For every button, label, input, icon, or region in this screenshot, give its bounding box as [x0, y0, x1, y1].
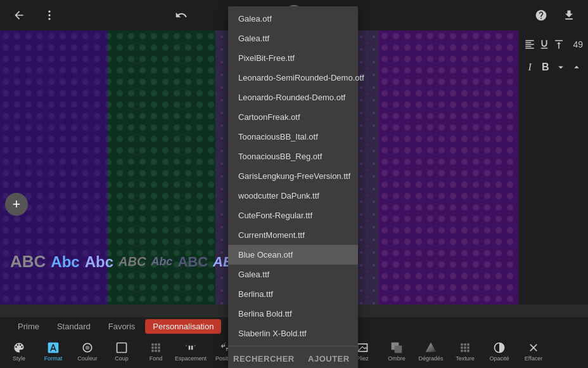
- texture-label: Texture: [456, 355, 475, 362]
- colour-label: Couleur: [77, 355, 98, 362]
- dropdown-item-6[interactable]: ToonaciousBB_Ital.otf: [228, 127, 358, 147]
- toolbar-coup[interactable]: Coup: [105, 336, 138, 367]
- more-options-button[interactable]: [38, 4, 61, 27]
- toolbar-opacite[interactable]: Opacité: [483, 336, 516, 367]
- tab-prime[interactable]: Prime: [10, 319, 47, 334]
- tab-personnalisation[interactable]: Personnalisation: [145, 319, 221, 334]
- effacer-label: Effacer: [525, 355, 542, 362]
- toolbar-style[interactable]: Style: [3, 336, 35, 367]
- format-label: Format: [44, 355, 63, 362]
- fond-label: Fond: [150, 355, 163, 362]
- right-toolbar: 49 I B: [518, 30, 588, 305]
- chevron-down-icon[interactable]: [554, 58, 568, 76]
- svg-point-0: [48, 11, 50, 13]
- ombre-label: Ombre: [388, 355, 406, 362]
- dropdown-item-0[interactable]: Galea.otf: [228, 9, 358, 29]
- dropdown-item-9[interactable]: woodcutter DaPunk.ttf: [228, 186, 358, 206]
- svg-point-1: [48, 14, 50, 16]
- help-button[interactable]: [530, 4, 553, 27]
- pliez-label: Pliez: [356, 355, 369, 362]
- dropdown-item-11[interactable]: CurrentMoment.ttf: [228, 225, 358, 245]
- toolbar-degrades[interactable]: Dégradés: [414, 336, 447, 367]
- dropdown-item-14[interactable]: Berlina.ttf: [228, 284, 358, 304]
- toolbar-format[interactable]: Format: [37, 336, 70, 367]
- dropdown-item-8[interactable]: GarisLengkung-FreeVersion.ttf: [228, 166, 358, 186]
- chevron-up-icon[interactable]: [570, 58, 584, 76]
- dropdown-item-2[interactable]: PixelBit-Free.ttf: [228, 48, 358, 68]
- font-size-value: 49: [568, 39, 583, 49]
- dropdown-footer: RECHERCHER AJOUTER: [228, 346, 358, 368]
- tab-standard[interactable]: Standard: [49, 319, 98, 334]
- dropdown-item-13[interactable]: Galea.ttf: [228, 265, 358, 284]
- degrades-label: Dégradés: [419, 355, 444, 362]
- dropdown-item-7[interactable]: ToonaciousBB_Reg.otf: [228, 147, 358, 166]
- dropdown-item-12[interactable]: Blue Ocean.otf: [228, 245, 358, 265]
- download-button[interactable]: [558, 4, 580, 27]
- dropdown-item-5[interactable]: CartoonFreak.otf: [228, 107, 358, 127]
- format-top-icon[interactable]: [553, 36, 565, 53]
- bold-icon[interactable]: B: [539, 58, 553, 76]
- svg-point-2: [48, 18, 50, 20]
- sample-text-4: ABC: [118, 254, 146, 269]
- back-button[interactable]: [8, 4, 30, 27]
- add-font-button[interactable]: AJOUTER: [300, 346, 358, 368]
- toolbar-fond[interactable]: Fond: [139, 336, 172, 367]
- text-align-icon[interactable]: [523, 36, 535, 53]
- svg-point-13: [86, 346, 90, 350]
- sample-text-3: Abc: [85, 253, 113, 271]
- dropdown-item-15[interactable]: Berlina Bold.ttf: [228, 304, 358, 324]
- dropdown-item-1[interactable]: Galea.ttf: [228, 29, 358, 48]
- espacement-label: Espacement: [175, 355, 207, 362]
- dropdown-item-10[interactable]: CuteFont-Regular.ttf: [228, 206, 358, 225]
- svg-rect-16: [395, 346, 402, 353]
- font-dropdown-menu: Galea.otf Galea.ttf PixelBit-Free.ttf Le…: [228, 6, 358, 368]
- sample-text-6: ABC: [177, 254, 208, 270]
- undo-button[interactable]: [170, 4, 193, 27]
- search-button[interactable]: RECHERCHER: [228, 346, 300, 368]
- dropdown-item-16[interactable]: Slaberlin X-Bold.ttf: [228, 324, 358, 343]
- coup-label: Coup: [115, 355, 129, 362]
- toolbar-ombre[interactable]: Ombre: [380, 336, 413, 367]
- top-bar-right-icons: [530, 4, 580, 27]
- sample-text-1: ABC: [10, 252, 46, 272]
- sample-text-2: Abc: [51, 253, 79, 271]
- style-label: Style: [13, 355, 25, 362]
- toolbar-effacer[interactable]: Effacer: [517, 336, 550, 367]
- underline-icon[interactable]: [538, 36, 550, 53]
- rt-row-2: I B: [523, 58, 583, 76]
- italic-icon[interactable]: I: [523, 58, 537, 76]
- svg-rect-14: [117, 343, 127, 353]
- sample-text-5: Abc: [151, 255, 172, 268]
- rt-row-1: 49: [523, 36, 583, 53]
- dropdown-item-4[interactable]: Leonardo-Rounded-Demo.otf: [228, 88, 358, 107]
- top-bar-left: [8, 4, 193, 27]
- opacite-label: Opacité: [490, 355, 509, 362]
- add-button[interactable]: +: [5, 193, 28, 216]
- svg-marker-17: [426, 343, 437, 352]
- toolbar-colour[interactable]: Couleur: [71, 336, 104, 367]
- toolbar-espacement[interactable]: Espacement: [174, 336, 208, 367]
- tab-favoris[interactable]: Favoris: [101, 319, 143, 334]
- toolbar-texture[interactable]: Texture: [449, 336, 482, 367]
- dropdown-item-3[interactable]: Leonardo-SemiRounded-Demo.otf: [228, 68, 358, 88]
